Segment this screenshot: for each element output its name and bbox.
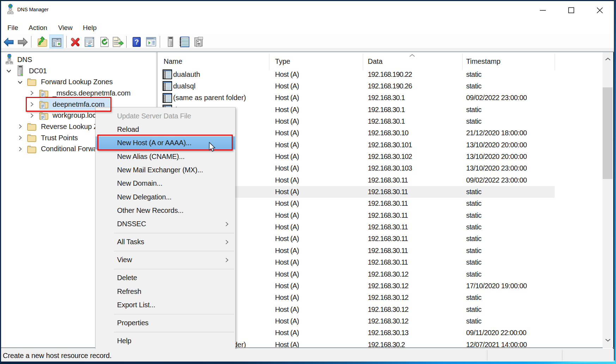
svg-text:?: ? xyxy=(134,38,139,46)
